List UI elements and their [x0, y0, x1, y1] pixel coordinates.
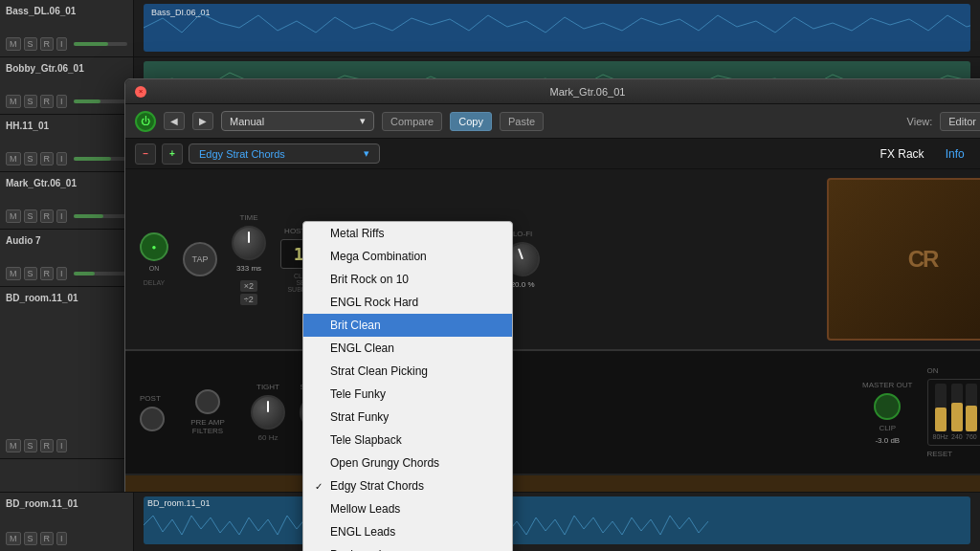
dropdown-item-strat-clean[interactable]: Strat Clean Picking: [303, 360, 512, 383]
hz60-label: 60 Hz: [258, 433, 278, 442]
solo-btn-hh[interactable]: S: [24, 152, 37, 165]
mute-btn-bd[interactable]: M: [6, 439, 21, 452]
bd-clip[interactable]: BD_room.11_01: [144, 496, 970, 544]
delay-on-label: ON: [149, 265, 160, 272]
pre-amp-filters-group: PRE AMP FILTERS: [179, 389, 236, 435]
dropdown-item-mellow[interactable]: Mellow Leads: [303, 497, 512, 520]
track-fader-mark[interactable]: [74, 214, 127, 218]
track-controls-bd: M S R I: [6, 439, 127, 452]
geq-group: ON 80Hz 240: [927, 366, 981, 458]
input-btn-bobby[interactable]: I: [56, 95, 67, 108]
mute-bd2[interactable]: M: [6, 532, 21, 545]
dropdown-item-engl-clean[interactable]: ENGL Clean: [303, 337, 512, 360]
track-name-bobby: Bobby_Gtr.06_01: [6, 63, 127, 74]
geq-track-240[interactable]: [951, 384, 963, 431]
geq-track-80hz[interactable]: [935, 384, 947, 431]
track-fader-fill-mark: [74, 214, 103, 218]
input-btn-audio7[interactable]: I: [56, 267, 67, 280]
mute-btn-bass[interactable]: M: [6, 37, 21, 51]
rec-btn-bd[interactable]: R: [40, 439, 55, 452]
dropdown-item-brit-clean[interactable]: Brit Clean: [303, 314, 512, 337]
lofi-label: LO-FI: [513, 230, 532, 238]
copy-button[interactable]: Copy: [450, 112, 492, 131]
solo-btn-audio7[interactable]: S: [24, 267, 37, 280]
track-item-hh: HH.11_01 M S R I: [0, 115, 133, 172]
post-pre-group: POST: [140, 394, 165, 431]
track-fader-fill-bass: [74, 42, 109, 46]
dropdown-item-engl-rock-hard[interactable]: ENGL Rock Hard: [303, 291, 512, 314]
input-btn-hh[interactable]: I: [56, 152, 67, 165]
rec-bd2[interactable]: R: [40, 532, 55, 545]
input-btn-mark[interactable]: I: [56, 209, 67, 223]
x2-button[interactable]: ×2: [240, 280, 257, 292]
preset-name-selector[interactable]: Edgy Strat Chords ▾: [189, 143, 380, 164]
time-knob[interactable]: [232, 226, 266, 260]
graphic-eq[interactable]: 80Hz 240 760: [927, 379, 981, 446]
divide-button[interactable]: ÷2: [240, 294, 257, 305]
solo-btn-bobby[interactable]: S: [24, 95, 37, 108]
input-bd2[interactable]: I: [56, 532, 67, 545]
rec-btn-mark[interactable]: R: [40, 209, 55, 223]
tight-label: TIGHT: [256, 383, 279, 391]
preset-mode-selector[interactable]: Manual ▾: [221, 111, 374, 131]
dropdown-item-strat-funky[interactable]: Strat Funky: [303, 406, 512, 429]
editor-view-button[interactable]: Editor: [940, 112, 980, 131]
mute-btn-hh[interactable]: M: [6, 152, 21, 165]
preset-dropdown[interactable]: Metal Riffs Mega Combination Brit Rock o…: [302, 221, 513, 551]
geq-bar-240: 240: [951, 384, 963, 440]
solo-btn-mark[interactable]: S: [24, 209, 37, 223]
rec-btn-bobby[interactable]: R: [40, 95, 55, 108]
dropdown-item-mega[interactable]: Mega Combination: [303, 245, 512, 268]
amp-logo: CR: [908, 246, 938, 273]
dropdown-item-edgy-strat[interactable]: ✓ Edgy Strat Chords: [303, 474, 512, 497]
dropdown-item-tele-slapback[interactable]: Tele Slapback: [303, 429, 512, 452]
solo-bd2[interactable]: S: [24, 532, 37, 545]
tap-button[interactable]: TAP: [183, 242, 217, 276]
power-button[interactable]: ⏻: [135, 111, 156, 132]
prev-preset-button[interactable]: ◀: [164, 112, 185, 130]
track-controls-bobby: M S R I: [6, 95, 127, 108]
preset-plus-button[interactable]: +: [162, 143, 183, 165]
dropdown-item-open-grungy[interactable]: Open Grungy Chords: [303, 452, 512, 474]
close-button[interactable]: ×: [135, 86, 146, 98]
rec-btn-bass[interactable]: R: [40, 37, 55, 51]
db-value: -3.0 dB: [875, 436, 900, 445]
geq-fill-240: [951, 403, 963, 431]
dropdown-label-strat-funky: Strat Funky: [330, 410, 389, 424]
track-fader-hh[interactable]: [74, 157, 127, 161]
paste-button[interactable]: Paste: [500, 112, 544, 131]
input-btn-bass[interactable]: I: [56, 37, 67, 51]
rec-btn-hh[interactable]: R: [40, 152, 55, 165]
plugin-toolbar: ⏻ ◀ ▶ Manual ▾ Compare Copy Paste View: …: [125, 104, 980, 139]
track-fader-bass[interactable]: [74, 42, 127, 46]
post-knob[interactable]: [140, 407, 165, 431]
dropdown-item-engl-leads[interactable]: ENGL Leads: [303, 520, 512, 543]
track-fader-audio7[interactable]: [74, 272, 127, 276]
preset-minus-button[interactable]: –: [135, 143, 156, 165]
compare-button[interactable]: Compare: [382, 112, 442, 131]
waveform-clip-bass[interactable]: Bass_DI.06_01: [144, 4, 970, 52]
dropdown-item-tele-funky[interactable]: Tele Funky: [303, 383, 512, 406]
tab-info[interactable]: Info: [938, 147, 972, 161]
master-out-group: MASTER OUT CLIP -3.0 dB: [862, 381, 912, 445]
next-preset-button[interactable]: ▶: [192, 112, 213, 130]
delay-on-button[interactable]: ●: [140, 232, 168, 261]
dropdown-item-brit-rock[interactable]: Brit Rock on 10: [303, 268, 512, 291]
dropdown-item-metal-riffs[interactable]: Metal Riffs: [303, 222, 512, 245]
input-btn-bd[interactable]: I: [56, 439, 67, 452]
master-on-button[interactable]: [874, 393, 901, 420]
rec-btn-audio7[interactable]: R: [40, 267, 55, 280]
tight-knob[interactable]: [251, 395, 285, 430]
geq-reset-label[interactable]: RESET: [927, 450, 981, 458]
mute-btn-audio7[interactable]: M: [6, 267, 21, 280]
track-fader-bobby[interactable]: [74, 99, 127, 103]
tab-fx-rack[interactable]: FX Rack: [873, 147, 932, 161]
mute-btn-bobby[interactable]: M: [6, 95, 21, 108]
solo-btn-bass[interactable]: S: [24, 37, 37, 51]
pre-knob[interactable]: [195, 389, 220, 414]
dropdown-item-paula-rocks[interactable]: Paula rocks: [303, 543, 512, 551]
solo-btn-bd[interactable]: S: [24, 439, 37, 452]
chevron-down-icon: ▾: [360, 115, 366, 127]
geq-track-760[interactable]: [966, 384, 977, 431]
mute-btn-mark[interactable]: M: [6, 209, 21, 223]
